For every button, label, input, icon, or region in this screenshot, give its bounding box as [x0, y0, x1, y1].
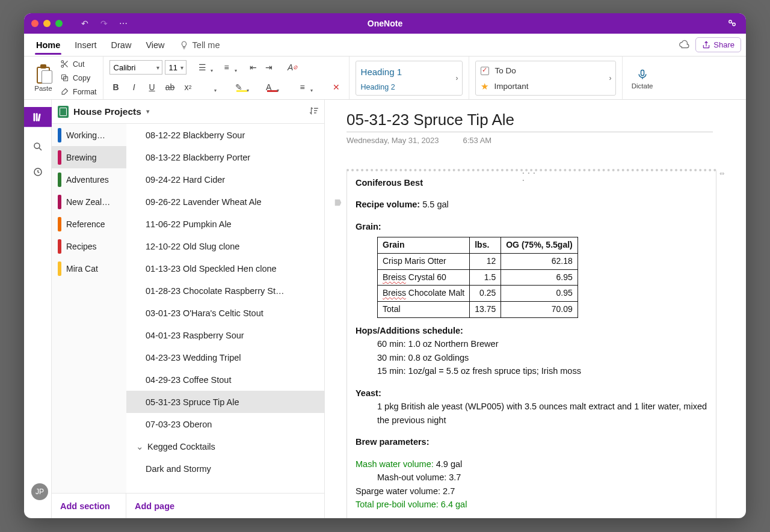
strike-button[interactable]: ab [164, 81, 177, 94]
page-item[interactable]: 09-24-22 Hard Cider [126, 168, 324, 191]
page-item[interactable]: 05-31-23 Spruce Tip Ale [126, 391, 324, 413]
search-icon[interactable] [32, 141, 44, 153]
font-color-button[interactable]: A [262, 81, 276, 94]
grain-table: Grainlbs.OG (75%, 5.5gal) Crisp Maris Ot… [377, 237, 578, 317]
collab-icon[interactable] [727, 18, 738, 29]
notebooks-icon[interactable] [24, 107, 52, 127]
page-content[interactable]: 05-31-23 Spruce Tip Ale Wednesday, May 3… [325, 100, 746, 518]
zoom-icon[interactable] [55, 20, 63, 27]
section-item[interactable]: Brewing [52, 146, 126, 168]
tab-view[interactable]: View [138, 36, 171, 54]
page-group[interactable]: ⌄Kegged Cocktails [126, 435, 324, 457]
menubar: Home Insert Draw View Tell me Share [24, 34, 746, 57]
page-item[interactable]: 04-01-23 Raspberry Sour [126, 324, 324, 346]
tag-todo[interactable]: To Do [481, 66, 611, 75]
page-item[interactable]: 01-28-23 Chocolate Raspberry St… [126, 280, 324, 302]
brush-icon [60, 87, 69, 96]
more-icon[interactable]: ⋯ [118, 18, 129, 29]
page-title[interactable]: 05-31-23 Spruce Tip Ale [346, 111, 713, 132]
svg-rect-8 [35, 113, 37, 121]
minimize-icon[interactable] [43, 20, 51, 27]
tab-draw[interactable]: Draw [104, 36, 139, 54]
italic-button[interactable]: I [128, 81, 141, 94]
section-item[interactable]: Recipes [52, 235, 126, 257]
outdent-button[interactable]: ⇤ [247, 61, 260, 74]
tab-insert[interactable]: Insert [67, 36, 103, 54]
scissors-icon [60, 60, 69, 69]
tell-me[interactable]: Tell me [172, 36, 227, 54]
font-size-combo[interactable]: 11 [165, 60, 186, 75]
left-rail [24, 100, 52, 518]
add-section-button[interactable]: Add section [52, 494, 126, 518]
subscript-button[interactable]: x2 [182, 81, 195, 94]
page-item[interactable]: 11-06-22 Pumpkin Ale [126, 213, 324, 235]
sync-icon[interactable] [679, 40, 689, 50]
page-item[interactable]: 08-13-22 Blackberry Porter [126, 146, 324, 168]
tags-gallery[interactable]: To Do ★Important › [475, 61, 616, 96]
svg-point-10 [34, 143, 40, 148]
numbering-button[interactable]: ≡ [220, 61, 233, 74]
section-item[interactable]: Working… [52, 124, 126, 146]
svg-point-3 [61, 65, 64, 67]
section-item[interactable]: Reference [52, 213, 126, 235]
page-item[interactable]: 09-26-22 Lavender Wheat Ale [126, 191, 324, 213]
clipboard-icon [34, 64, 52, 85]
navigation-pane: House Projects ▾ Working…BrewingAdventur… [52, 100, 325, 518]
highlight-button[interactable]: ✎ [232, 81, 245, 94]
nav-footer: Add section Add page [52, 493, 324, 518]
section-item[interactable]: Adventures [52, 168, 126, 191]
delete-button[interactable]: ✕ [330, 81, 343, 94]
share-icon [702, 41, 710, 49]
page-item[interactable]: 07-03-23 Oberon [126, 413, 324, 435]
paste-button[interactable]: Paste [30, 64, 57, 92]
page-item[interactable]: 04-29-23 Coffee Stout [126, 368, 324, 391]
section-item[interactable]: Mira Cat [52, 257, 126, 280]
redo-icon[interactable]: ↷ [99, 18, 109, 29]
format-painter-button[interactable]: Format [60, 86, 97, 97]
avatar[interactable]: JP [31, 483, 48, 500]
section-list: Working…BrewingAdventuresNew Zeal…Refere… [52, 124, 126, 493]
font-name-combo[interactable]: Calibri [109, 60, 162, 75]
sort-icon[interactable] [309, 105, 319, 118]
page-item[interactable]: 12-10-22 Old Slug clone [126, 235, 324, 257]
microphone-icon [636, 67, 648, 82]
page-item[interactable]: 04-23-23 Wedding Tripel [126, 346, 324, 368]
clear-formatting-button[interactable]: A⊘ [286, 61, 300, 74]
close-icon[interactable] [31, 20, 38, 27]
chevron-down-icon: ▾ [146, 108, 150, 115]
insert-cursor-icon [334, 198, 342, 211]
notebook-header[interactable]: House Projects ▾ [52, 100, 324, 124]
section-item[interactable]: New Zeal… [52, 191, 126, 213]
ribbon: Paste Cut Copy Format Calibri 11 ☰ ≡ ⇤ ⇥… [24, 57, 746, 100]
dictate-button[interactable]: Dictate [629, 67, 656, 90]
page-item[interactable]: 01-13-23 Old Speckled Hen clone [126, 257, 324, 280]
page-list: 08-12-22 Blackberry Sour08-13-22 Blackbe… [126, 124, 324, 493]
bulb-icon [179, 40, 189, 50]
svg-rect-6 [641, 70, 644, 75]
undo-icon[interactable]: ↶ [79, 18, 90, 29]
add-page-button[interactable]: Add page [126, 494, 324, 518]
styles-gallery[interactable]: Heading 1 Heading 2 › [356, 61, 463, 96]
underline-button[interactable]: U [146, 81, 159, 94]
style-heading1[interactable]: Heading 1 [361, 67, 457, 77]
indent-button[interactable]: ⇥ [262, 61, 276, 74]
window-controls [31, 20, 63, 27]
checkbox-icon [481, 67, 489, 75]
bullets-button[interactable]: ☰ [196, 61, 209, 74]
note-container[interactable]: • • • • ⇔ Coniferous Best Recipe volume:… [346, 169, 716, 518]
note-heading: Coniferous Best [356, 176, 707, 189]
page-item[interactable]: 03-01-23 O'Hara's Celtic Stout [126, 302, 324, 324]
tag-important[interactable]: ★Important [481, 81, 611, 92]
chevron-right-icon: › [609, 74, 612, 82]
bold-button[interactable]: B [109, 81, 123, 94]
style-heading2[interactable]: Heading 2 [361, 83, 457, 91]
recent-icon[interactable] [32, 166, 44, 178]
page-item[interactable]: 08-12-22 Blackberry Sour [126, 124, 324, 146]
align-button[interactable]: ≡ [296, 81, 309, 94]
copy-button[interactable]: Copy [60, 72, 97, 84]
page-date: Wednesday, May 31, 2023 [346, 136, 439, 145]
page-item[interactable]: Dark and Stormy [126, 457, 324, 480]
tab-home[interactable]: Home [29, 36, 67, 54]
cut-button[interactable]: Cut [60, 58, 97, 70]
share-button[interactable]: Share [695, 37, 741, 52]
